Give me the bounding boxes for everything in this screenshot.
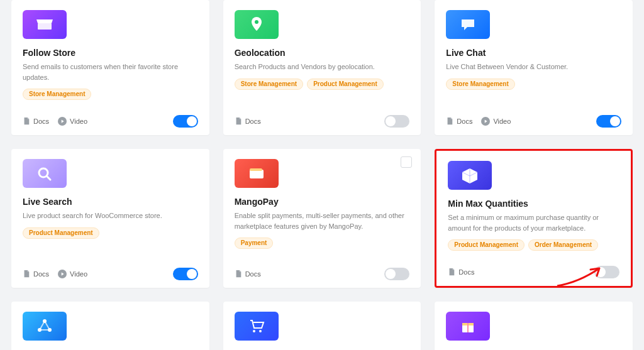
module-title: Live Search: [23, 197, 198, 207]
video-label: Video: [70, 118, 87, 125]
docs-label: Docs: [245, 118, 261, 125]
module-card-follow-store: Follow StoreSend emails to customers whe…: [11, 0, 209, 135]
doc-icon: [448, 268, 455, 276]
module-description: Search Products and Vendors by geolocati…: [235, 62, 410, 72]
tag-list: Store Management: [23, 89, 198, 100]
enable-toggle[interactable]: [384, 268, 409, 280]
link-row: Docs: [448, 268, 474, 276]
module-description: Enable split payments, multi-seller paym…: [235, 211, 410, 231]
video-label: Video: [70, 270, 87, 278]
module-card-mangopay: MangoPayEnable split payments, multi-sel…: [223, 149, 421, 288]
module-description: Set a minimum or maximum purchase quanti…: [448, 212, 619, 233]
link-row: DocsVideo: [23, 117, 87, 126]
module-title: Geolocation: [235, 48, 410, 58]
play-icon: [58, 270, 67, 278]
module-card-live-chat: Live ChatLive Chat Between Vendor & Cust…: [435, 0, 633, 135]
module-title: Live Chat: [446, 48, 621, 58]
docs-link[interactable]: Docs: [446, 117, 472, 126]
tag-list: Product Management: [23, 227, 198, 239]
docs-label: Docs: [33, 270, 49, 278]
nodes-icon: [23, 312, 67, 341]
tag-list: Store ManagementProduct Management: [235, 79, 410, 90]
link-row: DocsVideo: [446, 117, 511, 126]
card-footer: Docs: [235, 109, 410, 128]
cart-icon: [235, 312, 279, 341]
module-card-min-max: Min Max QuantitiesSet a minimum or maxim…: [435, 149, 633, 288]
tag-list: Payment: [235, 238, 410, 249]
enable-toggle[interactable]: [384, 115, 409, 128]
enable-toggle[interactable]: [596, 115, 621, 128]
play-icon: [58, 117, 67, 126]
link-row: DocsVideo: [23, 270, 87, 278]
tag: Store Management: [235, 79, 303, 90]
card-footer: Docs: [235, 261, 410, 280]
store-icon: [23, 10, 67, 39]
module-card-paypal-adaptive: PayPal Adaptive PaymentAllows to send sp…: [11, 302, 209, 350]
module-title: Min Max Quantities: [448, 199, 619, 209]
enable-toggle[interactable]: [173, 115, 198, 128]
wallet-icon: [235, 159, 279, 188]
module-description: Live product search for WooCommerce stor…: [23, 211, 198, 221]
module-card-live-search: Live SearchLive product search for WooCo…: [11, 149, 209, 288]
docs-label: Docs: [33, 118, 49, 125]
tag-list: Store Management: [446, 79, 621, 90]
card-footer: DocsVideo: [23, 109, 198, 128]
enable-toggle[interactable]: [173, 268, 198, 280]
search-icon: [23, 159, 67, 188]
module-card-geolocation: GeolocationSearch Products and Vendors b…: [223, 0, 421, 135]
play-icon: [481, 117, 490, 126]
card-footer: DocsVideo: [446, 109, 621, 128]
select-checkbox[interactable]: [401, 156, 412, 168]
docs-link[interactable]: Docs: [23, 270, 49, 278]
docs-link[interactable]: Docs: [23, 117, 49, 126]
chat-icon: [446, 10, 490, 39]
module-title: MangoPay: [235, 197, 410, 207]
link-row: Docs: [235, 117, 261, 126]
tag-list: Product ManagementOrder Management: [448, 239, 619, 251]
module-title: Follow Store: [23, 48, 198, 58]
docs-label: Docs: [457, 118, 472, 125]
module-card-product-addon: Product AddoniWooCommerce Product Addon …: [435, 302, 633, 350]
module-card-paypal-marketplace: PayPal MarketplaceEnable Split payments,…: [223, 302, 421, 350]
video-link[interactable]: Video: [58, 270, 87, 278]
video-link[interactable]: Video: [481, 117, 511, 126]
video-link[interactable]: Video: [58, 117, 87, 126]
doc-icon: [446, 117, 453, 126]
doc-icon: [235, 117, 242, 126]
map-pin-icon: [235, 10, 279, 39]
doc-icon: [235, 270, 242, 278]
doc-icon: [23, 270, 30, 278]
tag: Order Management: [528, 239, 598, 251]
module-description: Send emails to customers when their favo…: [23, 62, 198, 82]
gift-icon: [446, 312, 490, 341]
docs-label: Docs: [458, 268, 474, 276]
docs-link[interactable]: Docs: [235, 270, 261, 278]
tag: Product Management: [23, 227, 99, 239]
tag: Store Management: [23, 89, 91, 100]
enable-toggle[interactable]: [594, 266, 619, 278]
module-description: Live Chat Between Vendor & Customer.: [446, 62, 621, 72]
video-label: Video: [493, 118, 511, 125]
doc-icon: [23, 117, 30, 126]
box-icon: [448, 161, 492, 190]
tag: Store Management: [446, 79, 514, 90]
card-footer: DocsVideo: [23, 261, 198, 280]
tag: Payment: [235, 238, 274, 249]
docs-link[interactable]: Docs: [235, 117, 261, 126]
tag: Product Management: [307, 79, 384, 90]
tag: Product Management: [448, 239, 525, 251]
link-row: Docs: [235, 270, 261, 278]
docs-label: Docs: [245, 270, 261, 278]
docs-link[interactable]: Docs: [448, 268, 474, 276]
card-footer: Docs: [448, 260, 619, 278]
